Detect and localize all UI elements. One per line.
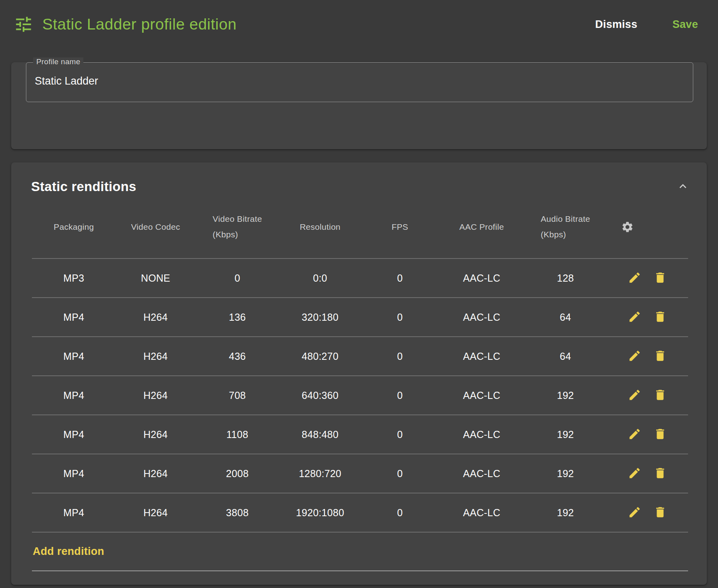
column-header-packaging: Packaging (32, 222, 116, 232)
delete-rendition-button[interactable] (653, 388, 667, 403)
settings-icon[interactable] (621, 222, 634, 231)
cell-video-bitrate: 1108 (195, 429, 279, 440)
profile-name-label: Profile name (33, 57, 83, 66)
table-header-row: Packaging Video Codec Video Bitrate(Kbps… (32, 196, 688, 259)
cell-resolution: 320:180 (279, 312, 361, 323)
delete-icon (653, 397, 667, 403)
page-title: Static Ladder profile edition (42, 16, 237, 33)
cell-fps: 0 (361, 429, 439, 440)
cell-video-bitrate: 708 (195, 390, 279, 401)
table-row: MP3 NONE 0 0:0 0 AAC-LC 128 (32, 259, 688, 298)
cell-audio-bitrate: 128 (525, 272, 606, 284)
cell-fps: 0 (361, 507, 439, 519)
delete-icon (653, 436, 667, 442)
cell-fps: 0 (361, 390, 439, 401)
cell-resolution: 1280:720 (279, 468, 361, 479)
collapse-section-button[interactable] (676, 180, 690, 194)
edit-rendition-button[interactable] (627, 466, 642, 481)
table-body: MP3 NONE 0 0:0 0 AAC-LC 128 (32, 259, 688, 533)
delete-rendition-button[interactable] (653, 466, 667, 481)
edit-icon (628, 436, 641, 442)
cell-packaging: MP4 (32, 507, 116, 519)
cell-audio-bitrate: 192 (525, 507, 606, 519)
cell-aac-profile: AAC-LC (439, 507, 525, 519)
cell-video-codec: H264 (116, 312, 195, 323)
table-row: MP4 H264 3808 1920:1080 0 AAC-LC 192 (32, 493, 688, 533)
table-row: MP4 H264 436 480:270 0 AAC-LC 64 (32, 337, 688, 376)
cell-audio-bitrate: 192 (525, 390, 606, 401)
cell-packaging: MP4 (32, 468, 116, 479)
cell-aac-profile: AAC-LC (439, 351, 525, 362)
table-row: MP4 H264 2008 1280:720 0 AAC-LC 192 (32, 454, 688, 493)
static-renditions-card: Static renditions Packaging Video Codec … (11, 162, 707, 585)
cell-resolution: 0:0 (279, 272, 361, 284)
top-bar: Static Ladder profile edition Dismiss Sa… (0, 0, 718, 45)
edit-rendition-button[interactable] (627, 310, 642, 324)
save-button[interactable]: Save (673, 18, 698, 31)
cell-actions (606, 271, 688, 285)
cell-video-bitrate: 3808 (195, 507, 279, 519)
cell-aac-profile: AAC-LC (439, 312, 525, 323)
column-header-aac-profile: AAC Profile (439, 222, 525, 232)
table-row: MP4 H264 708 640:360 0 AAC-LC 192 (32, 376, 688, 415)
column-header-actions (606, 221, 688, 233)
add-rendition-button[interactable]: Add rendition (33, 545, 104, 558)
delete-icon (653, 475, 667, 481)
edit-rendition-button[interactable] (627, 505, 642, 520)
delete-rendition-button[interactable] (653, 505, 667, 520)
edit-icon (628, 358, 641, 364)
cell-fps: 0 (361, 468, 439, 479)
delete-rendition-button[interactable] (653, 349, 667, 363)
delete-rendition-button[interactable] (653, 271, 667, 285)
section-title: Static renditions (31, 179, 136, 194)
cell-video-codec: H264 (116, 351, 195, 362)
cell-packaging: MP3 (32, 272, 116, 284)
delete-icon (653, 280, 667, 286)
cell-video-bitrate: 2008 (195, 468, 279, 479)
add-rendition-row: Add rendition (32, 533, 688, 571)
column-header-video-bitrate: Video Bitrate(Kbps) (195, 211, 279, 243)
edit-icon (628, 397, 641, 403)
edit-rendition-button[interactable] (627, 349, 642, 363)
cell-actions (606, 466, 688, 481)
column-header-resolution: Resolution (279, 222, 361, 232)
cell-aac-profile: AAC-LC (439, 429, 525, 440)
cell-fps: 0 (361, 312, 439, 323)
cell-video-codec: H264 (116, 507, 195, 519)
table-row: MP4 H264 1108 848:480 0 AAC-LC 192 (32, 415, 688, 454)
cell-resolution: 480:270 (279, 351, 361, 362)
tune-icon (14, 14, 34, 34)
delete-icon (653, 358, 667, 364)
cell-actions (606, 349, 688, 363)
column-header-audio-bitrate: Audio Bitrate(Kbps) (525, 211, 606, 243)
cell-audio-bitrate: 64 (525, 351, 606, 362)
cell-resolution: 848:480 (279, 429, 361, 440)
edit-rendition-button[interactable] (627, 388, 642, 403)
delete-icon (653, 319, 667, 325)
column-header-fps: FPS (361, 222, 439, 232)
cell-audio-bitrate: 64 (525, 312, 606, 323)
chevron-up-icon (676, 188, 690, 194)
delete-rendition-button[interactable] (653, 310, 667, 324)
edit-rendition-button[interactable] (627, 271, 642, 285)
edit-icon (628, 475, 641, 481)
cell-packaging: MP4 (32, 312, 116, 323)
cell-actions (606, 427, 688, 442)
dismiss-button[interactable]: Dismiss (595, 18, 637, 31)
table-row: MP4 H264 136 320:180 0 AAC-LC 64 (32, 298, 688, 337)
edit-icon (628, 280, 641, 286)
cell-video-codec: NONE (116, 272, 195, 284)
cell-video-codec: H264 (116, 429, 195, 440)
profile-name-input[interactable] (26, 63, 693, 102)
profile-name-card: Profile name (11, 62, 707, 149)
delete-rendition-button[interactable] (653, 427, 667, 442)
cell-video-codec: H264 (116, 390, 195, 401)
cell-packaging: MP4 (32, 390, 116, 401)
edit-rendition-button[interactable] (627, 427, 642, 442)
cell-resolution: 1920:1080 (279, 507, 361, 519)
cell-video-codec: H264 (116, 468, 195, 479)
cell-video-bitrate: 436 (195, 351, 279, 362)
static-renditions-header: Static renditions (11, 162, 707, 196)
cell-actions (606, 310, 688, 324)
cell-fps: 0 (361, 351, 439, 362)
